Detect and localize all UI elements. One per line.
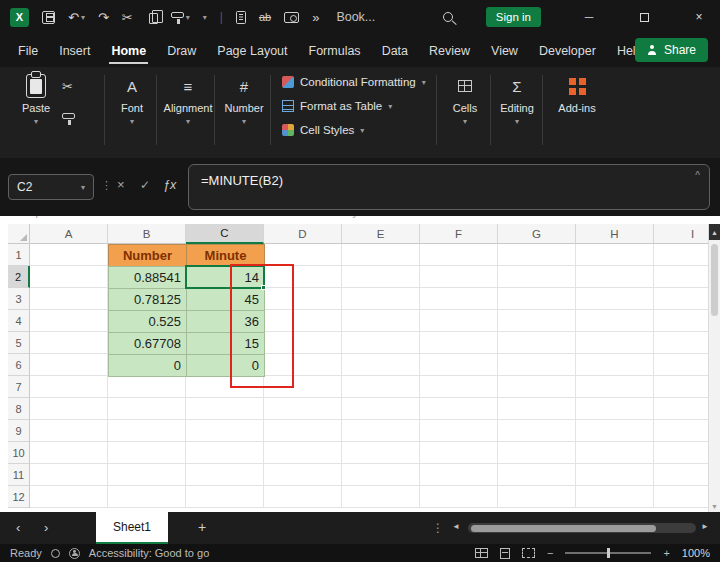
row-header-10[interactable]: 10 [8,442,30,464]
status-bar-right: − + 100% [475,547,710,559]
close-button[interactable]: × [678,0,720,34]
column-header-A[interactable]: A [30,224,108,244]
cancel-entry-button[interactable]: × [117,177,125,192]
number-group-button[interactable]: # Number ▾ [222,73,266,126]
row-header-3[interactable]: 3 [8,288,30,310]
macro-record-icon[interactable] [51,549,60,558]
customize-toolbar-button[interactable]: ▾ [203,13,207,22]
editing-group-button[interactable]: Σ Editing ▾ [496,73,538,126]
redo-button[interactable]: ↷ [98,10,109,25]
ribbon: Paste ▾ ✂ Clipboard ⇘ A Font ▾ ≡ Alignme… [0,67,720,158]
accessibility-status[interactable]: Accessibility: Good to go [89,547,209,559]
formula-input[interactable]: =MINUTE(B2) ^ [188,164,710,210]
row-header-12[interactable]: 12 [8,486,30,508]
menu-tab-draw[interactable]: Draw [167,35,196,67]
toolbar-overflow-button[interactable]: » [312,10,319,25]
undo-button[interactable]: ↶▾ [68,10,85,25]
column-header-G[interactable]: G [498,224,576,244]
zoom-level[interactable]: 100% [682,547,710,559]
column-header-D[interactable]: D [264,224,342,244]
sheet-tab-sheet1[interactable]: Sheet1 [96,512,168,544]
scroll-left-button[interactable]: ◄ [452,522,460,531]
row-header-7[interactable]: 7 [8,376,30,398]
search-button[interactable] [443,12,453,22]
addins-button[interactable]: Add-ins [552,73,602,114]
menu-tab-file[interactable]: File [18,35,38,67]
row-header-2[interactable]: 2 [8,266,30,288]
cell-styles-button[interactable]: Cell Styles ▾ [282,124,440,136]
alignment-group-button[interactable]: ≡ Alignment ▾ [164,73,212,126]
expand-formula-bar-icon[interactable]: ^ [695,170,700,181]
column-header-F[interactable]: F [420,224,498,244]
format-painter-button[interactable]: ▾ [171,13,190,22]
zoom-slider-thumb[interactable] [607,548,610,558]
menu-tab-data[interactable]: Data [382,35,408,67]
page-break-view-icon[interactable] [522,548,535,558]
select-all-corner[interactable] [8,224,30,244]
zoom-slider[interactable] [565,552,651,554]
format-as-table-button[interactable]: Format as Table ▾ [282,100,440,112]
strikethrough-button[interactable]: ab [259,11,271,23]
conditional-formatting-button[interactable]: Conditional Formatting ▾ [282,76,440,88]
copy-button[interactable] [146,11,158,24]
maximize-button[interactable] [623,0,665,34]
horizontal-scrollbar-thumb[interactable] [471,525,656,532]
zoom-in-button[interactable]: + [663,547,669,559]
sign-in-button[interactable]: Sign in [486,7,541,27]
menu-tab-view[interactable]: View [491,35,518,67]
new-file-button[interactable] [236,11,246,24]
scroll-right-button[interactable]: ► [701,522,709,531]
column-header-C[interactable]: C [186,224,264,244]
cell-B5[interactable]: 0.67708 [108,332,187,355]
menu-tab-page-layout[interactable]: Page Layout [217,35,287,67]
next-sheet-button[interactable]: › [44,520,48,535]
new-sheet-button[interactable]: + [198,519,206,535]
row-header-9[interactable]: 9 [8,420,30,442]
horizontal-scrollbar[interactable] [468,523,696,533]
menu-tab-home[interactable]: Home [111,35,146,67]
save-button[interactable] [42,11,55,24]
column-header-H[interactable]: H [576,224,654,244]
zoom-out-button[interactable]: − [547,547,553,559]
normal-view-icon[interactable] [475,548,488,558]
row-header-5[interactable]: 5 [8,332,30,354]
cut-button[interactable]: ✂ [122,10,133,25]
cells-group-button[interactable]: Cells ▾ [444,73,486,126]
sheet-options-icon[interactable]: ⋮ [432,521,444,535]
cell-B3[interactable]: 0.78125 [108,288,187,311]
new-file-icon [236,11,246,24]
cell-B6[interactable]: 0 [108,354,187,377]
menu-tab-developer[interactable]: Developer [539,35,596,67]
vertical-scrollbar[interactable]: ▲ ▼ [708,224,720,512]
cell-B4[interactable]: 0.525 [108,310,187,333]
page-layout-view-icon[interactable] [500,548,510,559]
camera-button[interactable] [284,12,299,23]
column-header-B[interactable]: B [108,224,186,244]
row-header-11[interactable]: 11 [8,464,30,486]
insert-function-button[interactable]: ƒx [163,178,176,192]
font-group-button[interactable]: A Font ▾ [112,73,152,126]
paste-button[interactable]: Paste ▾ [14,73,58,126]
format-painter-button-ribbon[interactable] [62,107,75,122]
scroll-up-button[interactable]: ▲ [709,224,720,240]
conditional-formatting-label: Conditional Formatting [300,76,416,88]
scroll-down-button[interactable]: ▼ [709,503,720,510]
vertical-scrollbar-thumb[interactable] [711,244,718,316]
name-box[interactable]: C2 ▾ [8,174,94,200]
menu-tab-insert[interactable]: Insert [59,35,90,67]
column-header-E[interactable]: E [342,224,420,244]
confirm-entry-button[interactable]: ✓ [140,178,150,192]
menu-tab-formulas[interactable]: Formulas [309,35,361,67]
row-header-6[interactable]: 6 [8,354,30,376]
cut-button-ribbon[interactable]: ✂ [62,79,73,94]
ribbon-tab-bar: File Insert Home Draw Page Layout Formul… [0,34,720,67]
share-button[interactable]: Share [635,38,708,62]
row-header-8[interactable]: 8 [8,398,30,420]
row-header-1[interactable]: 1 [8,244,30,266]
previous-sheet-button[interactable]: ‹ [16,520,20,535]
menu-tab-review[interactable]: Review [429,35,470,67]
cell-B1[interactable]: Number [108,244,187,267]
row-header-4[interactable]: 4 [8,310,30,332]
minimize-button[interactable]: ─ [568,0,610,34]
cell-B2[interactable]: 0.88541 [108,266,187,289]
